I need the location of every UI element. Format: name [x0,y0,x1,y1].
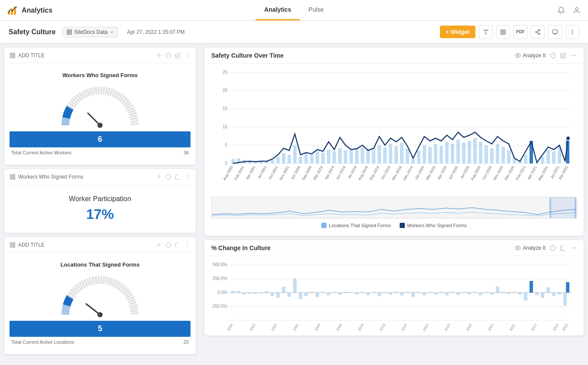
data-source-selector[interactable]: SiteDocs Data [62,27,118,37]
svg-rect-260 [563,293,567,306]
svg-point-15 [536,31,537,33]
gauge3-value: 5 [10,321,191,337]
svg-rect-96 [276,157,280,163]
card1-actions [156,52,191,59]
user-icon[interactable] [572,6,581,15]
svg-rect-240 [451,292,454,293]
svg-rect-248 [496,287,499,293]
bulb-icon[interactable] [156,52,162,59]
analyze-btn-2[interactable]: Analyze It [515,245,546,251]
analyze-btn-1[interactable]: Analyze It [515,52,546,59]
svg-rect-128 [456,140,460,163]
card2-edit-icon[interactable] [175,174,181,180]
card3-bulb-icon[interactable] [156,242,162,248]
svg-rect-212 [293,279,297,293]
svg-rect-97 [282,153,285,163]
info-icon[interactable] [165,52,171,59]
card3-info-icon[interactable] [165,242,171,248]
legend-workers-dot [400,223,405,228]
add-widget-button[interactable]: + Widget [440,26,475,38]
svg-point-50 [158,176,160,178]
card2-actions [156,174,191,180]
chart2-title: % Change In Culture [211,244,271,251]
chart1-scrollbar[interactable] [211,197,577,218]
more-options-button[interactable] [565,25,579,39]
legend-locations: Locations That Signed Forms [321,223,391,228]
svg-rect-215 [310,292,313,293]
gauge1-footer-value: 36 [184,150,189,155]
svg-rect-58 [10,245,12,247]
svg-text:2020: 2020 [422,323,430,332]
svg-text:Aug 2000: Aug 2000 [222,165,234,181]
date-label: Apr 27, 2022 1:35:07 PM [127,29,184,35]
svg-rect-202 [237,291,240,293]
card2-bulb-icon[interactable] [156,174,162,180]
svg-rect-236 [428,292,432,293]
card3-header: ADD TITLE [4,237,196,253]
svg-rect-184 [575,198,576,218]
svg-rect-116 [389,144,392,163]
card3-more-icon[interactable] [184,242,191,248]
svg-rect-254 [530,281,533,293]
svg-point-185 [517,247,519,249]
culture-change-chart-card: % Change In Culture Analyze It [204,240,584,336]
gauge1-svg: 0 36 [57,82,143,130]
chart1-info-icon[interactable] [550,52,556,59]
svg-text:2019: 2019 [379,323,386,332]
svg-rect-253 [524,293,527,300]
svg-rect-134 [490,148,494,163]
card3-edit-icon[interactable] [175,242,181,248]
chart1-more-icon[interactable] [571,52,577,59]
svg-text:Nov 2020: Nov 2020 [492,165,504,181]
display-button[interactable] [548,25,562,39]
svg-rect-102 [310,155,313,163]
svg-rect-140 [524,155,527,163]
svg-rect-99 [293,145,297,163]
chart2-more-icon[interactable] [571,245,577,251]
svg-rect-255 [535,293,539,295]
svg-text:May 2021: May 2021 [537,165,549,182]
svg-text:5: 5 [225,143,227,147]
svg-point-73 [572,55,572,55]
chart2-svg: 500.0% 250.0% 0.0% -250.0% [211,261,577,330]
svg-rect-182 [550,198,575,218]
share-button[interactable] [531,25,545,39]
card1-more-icon[interactable] [184,52,191,59]
chart2-info-icon[interactable] [550,245,556,251]
svg-text:Jul 2020: Jul 2020 [459,165,470,179]
svg-point-188 [572,248,572,248]
svg-point-22 [572,30,572,30]
layout-button[interactable] [496,25,510,39]
logo-icon [7,4,19,16]
chart1-title: Safety Culture Over Time [211,52,284,59]
bell-icon[interactable] [557,6,565,15]
edit-icon[interactable] [175,52,181,59]
tab-pulse[interactable]: Pulse [300,0,333,20]
card2-more-icon[interactable] [184,174,191,180]
svg-rect-120 [411,159,415,163]
svg-point-52 [166,174,171,179]
svg-rect-213 [299,293,302,299]
svg-rect-205 [254,293,257,294]
chart2-edit-icon[interactable] [560,245,566,251]
svg-text:Jul 2019: Jul 2019 [347,165,358,179]
svg-text:15: 15 [223,106,228,111]
gauge1-value: 6 [10,131,191,147]
text-tool-button[interactable] [479,25,493,39]
card2-info-icon[interactable] [165,174,171,180]
svg-text:0: 0 [65,129,67,130]
svg-text:Feb 2021: Feb 2021 [515,165,527,181]
svg-rect-49 [13,177,15,179]
tab-analytics[interactable]: Analytics [255,0,300,20]
svg-point-14 [539,29,540,31]
svg-rect-109 [349,150,353,163]
svg-rect-25 [10,53,12,55]
gauge1-title: Workers Who Signed Forms [62,72,138,78]
svg-text:Aug 2020: Aug 2020 [470,165,481,181]
svg-text:250.0%: 250.0% [213,276,227,281]
pdf-button[interactable]: PDF [514,25,527,39]
chart1-edit-icon[interactable] [560,52,566,59]
svg-text:Jan 2020: Jan 2020 [414,165,425,181]
svg-text:2022: 2022 [552,323,559,332]
svg-rect-121 [417,150,420,163]
